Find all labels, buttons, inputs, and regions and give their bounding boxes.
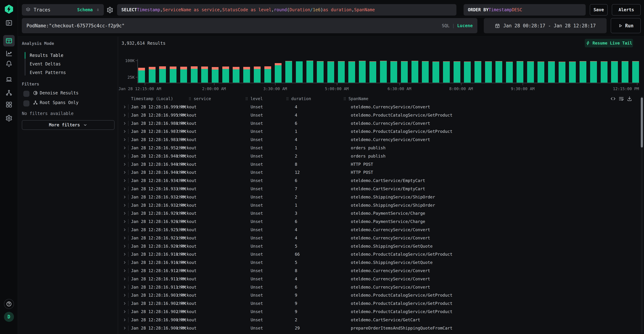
table-row[interactable]: Jan 28 12:28:16.934 PMcheckoutUnset6otel… [118,176,639,185]
filter-option-root-spans-only[interactable]: Root Spans Only [33,100,78,105]
expand-row-chevron-icon[interactable] [122,105,127,109]
table-row[interactable]: Jan 28 12:28:16.926 PMcheckoutUnset6otel… [118,217,639,226]
expand-row-chevron-icon[interactable] [122,260,127,265]
expand-row-chevron-icon[interactable] [122,252,127,257]
resume-live-tail-button[interactable]: Resume Live Tail [585,39,633,47]
expand-row-chevron-icon[interactable] [122,277,127,281]
sql-select-input[interactable]: SELECT Timestamp, ServiceName as service… [117,4,456,15]
table-row[interactable]: Jan 28 12:28:16.999 PMcheckoutUnset4otel… [118,103,639,111]
column-header-duration[interactable]: duration [286,96,311,101]
table-row[interactable]: Jan 28 12:28:16.918 PMcheckoutUnset66ote… [118,250,639,258]
chart-bar[interactable] [201,66,208,83]
chart-bar[interactable] [401,61,408,83]
checkbox-root-spans-only[interactable] [24,100,29,106]
table-row[interactable]: Jan 28 12:28:16.932 PMcheckoutUnset1otel… [118,201,639,209]
expand-row-chevron-icon[interactable] [122,236,127,240]
chart-bar[interactable] [138,68,145,83]
chart-bar[interactable] [285,61,292,83]
table-row[interactable]: Jan 28 12:28:16.952 PMcheckoutUnset1orde… [118,144,639,152]
expand-row-chevron-icon[interactable] [122,211,127,216]
chart-bar[interactable] [370,61,376,83]
wrap-lines-icon[interactable] [618,96,624,101]
table-row[interactable]: Jan 28 12:28:16.900 PMcheckoutUnset2otel… [118,316,639,324]
chart-bar[interactable] [432,61,439,83]
expand-row-chevron-icon[interactable] [122,154,127,158]
table-row[interactable]: Jan 28 12:28:16.940 PMcheckoutUnset8HTTP… [118,160,639,168]
analysis-mode-event-patterns[interactable]: Event Patterns [30,70,66,75]
chart-bar[interactable] [359,61,366,83]
chart-bar[interactable] [159,66,166,83]
expand-row-chevron-icon[interactable] [122,309,127,314]
chart-bar[interactable] [296,61,303,83]
chart-bar[interactable] [632,61,639,83]
table-row[interactable]: Jan 28 12:28:16.900 PMcheckoutUnset50ote… [118,332,639,334]
rail-item-laptop-icon[interactable] [5,76,12,83]
chart-bar[interactable] [538,61,544,83]
expand-row-chevron-icon[interactable] [122,129,127,134]
code-icon[interactable] [610,96,616,101]
expand-row-chevron-icon[interactable] [122,187,127,191]
rail-item-service-map-icon[interactable] [5,89,12,96]
checkbox-denoise-results[interactable] [24,91,29,97]
search-input[interactable]: PodName:"checkout-675775c4cc-f2p9c" SQL … [22,18,477,33]
rail-item-bell-icon[interactable] [5,60,12,67]
chart-bar[interactable] [611,61,618,83]
analysis-mode-event-deltas[interactable]: Event Deltas [30,61,61,66]
chart-bar[interactable] [506,62,513,83]
chart-bar[interactable] [212,67,218,83]
chart-bar[interactable] [149,67,156,83]
chart-bar[interactable] [317,61,324,83]
expand-row-chevron-icon[interactable] [122,326,127,331]
order-by-input[interactable]: ORDER BY Timestamp DESC [464,4,586,15]
table-row[interactable]: Jan 28 12:28:16.920 PMcheckoutUnset5otel… [118,242,639,250]
rail-item-chart-icon[interactable] [5,50,12,57]
rail-item-gear-icon[interactable] [5,115,12,122]
table-row[interactable]: Jan 28 12:28:16.902 PMcheckoutUnset9otel… [118,308,639,316]
run-button[interactable]: Run [611,18,641,33]
rail-item-search-results-icon[interactable] [3,35,15,46]
chart-bar[interactable] [390,61,397,83]
rail-item-dashboards-icon[interactable] [5,101,12,108]
chart-bar[interactable] [306,61,313,83]
chart-bar[interactable] [622,61,628,83]
chart-bar[interactable] [548,61,555,83]
chart-bar[interactable] [443,61,450,83]
chart-bar[interactable] [275,63,282,83]
expand-row-chevron-icon[interactable] [122,203,127,208]
table-row[interactable]: Jan 28 12:28:16.911 PMcheckoutUnset4otel… [118,275,639,283]
chart-bar[interactable] [516,61,523,83]
scrollbar-thumb[interactable] [641,97,643,147]
chart-bar[interactable] [180,67,187,83]
more-filters-button[interactable]: More filters [22,120,114,130]
table-row[interactable]: Jan 28 12:28:16.940 PMcheckoutUnset12HTT… [118,168,639,176]
lucene-toggle[interactable]: Lucene [457,23,473,28]
table-row[interactable]: Jan 28 12:28:16.932 PMcheckoutUnset2otel… [118,193,639,201]
table-row[interactable]: Jan 28 12:28:16.987 PMcheckoutUnset1otel… [118,127,639,136]
rail-item-panel-collapse-icon[interactable] [5,19,12,26]
table-row[interactable]: Jan 28 12:28:16.948 PMcheckoutUnset2orde… [118,152,639,160]
language-toggle[interactable]: SQL | Lucene [442,23,473,28]
table-row[interactable]: Jan 28 12:28:16.933 PMcheckoutUnset7otel… [118,185,639,193]
expand-row-chevron-icon[interactable] [122,244,127,249]
chart-bar[interactable] [558,62,566,83]
table-row[interactable]: Jan 28 12:28:16.995 PMcheckoutUnset4otel… [118,111,639,119]
chart-bar[interactable] [580,61,586,83]
user-avatar[interactable]: D [4,312,14,322]
chart-bar[interactable] [454,61,460,83]
chart-bar[interactable] [496,61,502,83]
filter-option-denoise-results[interactable]: Denoise Results [33,90,78,95]
table-row[interactable]: Jan 28 12:28:16.929 PMcheckoutUnset3otel… [118,209,639,217]
table-row[interactable]: Jan 28 12:28:16.921 PMcheckoutUnset4otel… [118,234,639,242]
chart-bar[interactable] [527,61,534,83]
table-row[interactable]: Jan 28 12:28:16.911 PMcheckoutUnset6otel… [118,283,639,291]
table-row[interactable]: Jan 28 12:28:16.902 PMcheckoutUnset9otel… [118,299,639,308]
chart-bar[interactable] [464,61,471,83]
table-row[interactable]: Jan 28 12:28:16.900 PMcheckoutUnset29pre… [118,324,639,332]
chart-bar[interactable] [233,67,240,83]
date-range-picker[interactable]: Jan 28 00:28:17 - Jan 28 12:28:17 [484,18,606,33]
chart-bar[interactable] [601,61,608,83]
expand-row-chevron-icon[interactable] [122,170,127,175]
expand-row-chevron-icon[interactable] [122,121,127,126]
expand-row-chevron-icon[interactable] [122,301,127,306]
chart-bar[interactable] [191,66,198,83]
